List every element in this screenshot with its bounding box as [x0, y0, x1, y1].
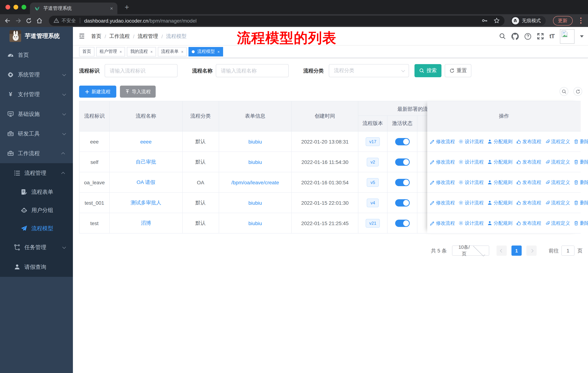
tag-process-form[interactable]: 流程表单× [158, 47, 187, 56]
assign-rule-link[interactable]: 分配规则 [487, 159, 513, 165]
close-icon[interactable]: × [120, 49, 122, 54]
breadcrumb-item[interactable]: 工作流程 [109, 33, 130, 40]
reload-icon[interactable] [26, 17, 32, 24]
filter-category-select[interactable]: 流程分类 [329, 64, 409, 77]
goto-page-input[interactable] [561, 245, 575, 256]
design-process-link[interactable]: 设计流程 [459, 220, 484, 226]
form-info-link[interactable]: /bpm/oa/leave/create [231, 179, 279, 185]
filter-name-input[interactable] [216, 64, 289, 77]
reset-button[interactable]: 重置 [445, 64, 471, 77]
active-toggle[interactable] [395, 158, 410, 166]
publish-process-link[interactable]: 发布流程 [516, 159, 541, 165]
breadcrumb-item[interactable]: 流程管理 [138, 33, 158, 40]
process-definition-link[interactable]: 流程定义 [545, 159, 570, 165]
import-process-button[interactable]: 导入流程 [120, 86, 156, 98]
close-icon[interactable]: × [150, 49, 153, 54]
avatar[interactable] [560, 29, 575, 43]
tag-home[interactable]: 首页 [79, 47, 94, 56]
process-definition-link[interactable]: 流程定义 [545, 220, 570, 226]
design-process-link[interactable]: 设计流程 [459, 159, 484, 165]
active-toggle[interactable] [395, 138, 410, 145]
form-info-link[interactable]: biubiu [248, 220, 262, 226]
form-info-link[interactable]: biubiu [248, 159, 262, 165]
publish-process-link[interactable]: 发布流程 [516, 179, 541, 186]
active-toggle[interactable] [395, 179, 410, 186]
current-page-button[interactable]: 1 [511, 245, 522, 256]
forward-icon[interactable] [15, 17, 21, 24]
tab-close-icon[interactable]: × [110, 5, 113, 11]
edit-process-link[interactable]: 修改流程 [430, 179, 455, 186]
process-name-link[interactable]: OA 请假 [136, 179, 155, 186]
url-bar[interactable]: 不安全 dashboard.yudao.iocoder.cn/bpm/manag… [49, 15, 504, 26]
edit-process-link[interactable]: 修改流程 [430, 200, 455, 206]
create-process-button[interactable]: 新建流程 [79, 86, 116, 98]
page-size-select[interactable]: 10条/页 [452, 245, 489, 256]
font-size-icon[interactable]: tT [549, 33, 555, 40]
delete-link[interactable]: 删除 [574, 220, 588, 226]
close-icon[interactable]: × [217, 49, 220, 54]
sidebar-item-home[interactable]: 首页 [0, 45, 73, 65]
next-page-button[interactable] [526, 245, 537, 256]
close-icon[interactable]: × [181, 49, 184, 54]
form-info-link[interactable]: biubiu [248, 200, 262, 206]
process-definition-link[interactable]: 流程定义 [545, 138, 570, 145]
process-name-link[interactable]: eeee [140, 139, 151, 144]
browser-tab[interactable]: 芋道管理系统 × [30, 2, 117, 14]
close-window-button[interactable] [5, 5, 10, 10]
process-name-link[interactable]: 测试多审批人 [131, 200, 161, 206]
assign-rule-link[interactable]: 分配规则 [487, 138, 513, 145]
assign-rule-link[interactable]: 分配规则 [487, 179, 513, 186]
form-info-link[interactable]: biubiu [248, 139, 262, 144]
filter-id-input[interactable] [105, 64, 178, 77]
edit-process-link[interactable]: 修改流程 [430, 220, 455, 226]
delete-link[interactable]: 删除 [574, 138, 588, 145]
search-icon[interactable] [499, 33, 506, 40]
sidebar-item-infra[interactable]: 基础设施 [0, 104, 73, 124]
maximize-window-button[interactable] [21, 5, 26, 10]
new-tab-button[interactable]: + [122, 2, 132, 12]
github-icon[interactable] [511, 33, 519, 40]
publish-process-link[interactable]: 发布流程 [516, 200, 541, 206]
design-process-link[interactable]: 设计流程 [459, 179, 484, 186]
sidebar-item-leave-query[interactable]: 请假查询 [0, 257, 73, 277]
assign-rule-link[interactable]: 分配规则 [487, 220, 513, 226]
fullscreen-icon[interactable] [537, 33, 544, 40]
sidebar-collapse-icon[interactable] [78, 32, 85, 40]
password-key-icon[interactable] [481, 18, 488, 24]
process-name-link[interactable]: 滔博 [141, 220, 151, 226]
prev-page-button[interactable] [496, 245, 507, 256]
design-process-link[interactable]: 设计流程 [459, 138, 484, 145]
publish-process-link[interactable]: 发布流程 [516, 220, 541, 226]
insecure-label[interactable]: 不安全 [62, 17, 76, 24]
sidebar-item-devtools[interactable]: 研发工具 [0, 124, 73, 143]
sidebar-item-process-form[interactable]: 流程表单 [0, 183, 73, 201]
edit-process-link[interactable]: 修改流程 [430, 159, 455, 165]
sidebar-item-process-model[interactable]: 流程模型 [0, 219, 73, 238]
sidebar-item-process-manage[interactable]: 流程管理 [0, 163, 73, 183]
delete-link[interactable]: 删除 [574, 159, 588, 165]
back-icon[interactable] [4, 17, 11, 24]
design-process-link[interactable]: 设计流程 [459, 200, 484, 206]
breadcrumb-item[interactable]: 首页 [91, 33, 101, 40]
assign-rule-link[interactable]: 分配规则 [487, 200, 513, 206]
active-toggle[interactable] [395, 220, 410, 227]
avatar-caret-icon[interactable] [580, 35, 584, 37]
home-icon[interactable] [36, 17, 43, 24]
bookmark-star-icon[interactable] [494, 18, 500, 24]
active-toggle[interactable] [395, 199, 410, 206]
edit-process-link[interactable]: 修改流程 [430, 138, 455, 145]
delete-link[interactable]: 删除 [574, 200, 588, 206]
tag-process-model[interactable]: 流程模型× [189, 47, 223, 56]
minimize-window-button[interactable] [13, 5, 18, 10]
help-icon[interactable] [524, 33, 532, 40]
browser-update-button[interactable]: 更新 [553, 16, 573, 25]
sidebar-item-task-manage[interactable]: 任务管理 [0, 238, 73, 257]
delete-link[interactable]: 删除 [574, 179, 588, 186]
refresh-table-button[interactable] [573, 87, 582, 96]
process-name-link[interactable]: 自己审批 [136, 159, 156, 165]
sidebar-item-workflow[interactable]: 工作流程 [0, 143, 73, 163]
sidebar-item-user-group[interactable]: 用户分组 [0, 201, 73, 219]
sidebar-item-system[interactable]: 系统管理 [0, 65, 73, 84]
process-definition-link[interactable]: 流程定义 [545, 200, 570, 206]
publish-process-link[interactable]: 发布流程 [516, 138, 541, 145]
